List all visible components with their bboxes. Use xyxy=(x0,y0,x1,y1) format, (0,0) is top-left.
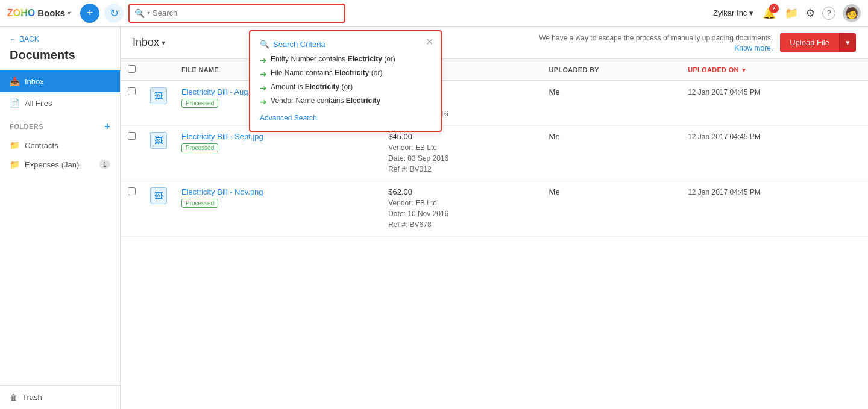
search-bar: 🔍 ▾ xyxy=(128,4,345,23)
content-header: Inbox ▾ We have a way to escape the proc… xyxy=(121,27,868,59)
header-right: We have a way to escape the process of m… xyxy=(539,33,856,52)
row3-filename-link[interactable]: Electricity Bill - Nov.png xyxy=(181,187,263,196)
criteria-text-4: Vendor Name contains Electricity xyxy=(271,96,380,105)
sidebar-item-all-files[interactable]: 📄 All Files xyxy=(0,92,120,114)
select-all-checkbox[interactable] xyxy=(128,65,136,73)
row3-details-cell: $62.00 Vendor: EB Ltd Date: 10 Nov 2016 … xyxy=(381,181,541,237)
inbox-caret-icon[interactable]: ▾ xyxy=(162,39,165,47)
help-icon[interactable]: ? xyxy=(822,7,835,20)
criteria-arrow-icon-1: ➜ xyxy=(260,55,267,65)
row3-uploaded-by: Me xyxy=(542,181,681,237)
logo[interactable]: ZOHO Books ▾ xyxy=(7,8,71,19)
upload-file-button[interactable]: Upload File xyxy=(780,33,839,52)
search-criteria-panel: ✕ 🔍 Search Criteria ➜ Entity Number cont… xyxy=(249,30,442,132)
folder-expenses-icon: 📁 xyxy=(10,160,20,169)
row3-checkbox[interactable] xyxy=(128,187,136,195)
company-name[interactable]: Zylkar Inc ▾ xyxy=(713,8,753,17)
uploaded-on-col-header[interactable]: UPLOADED ON ▼ xyxy=(681,59,868,81)
table-header-row: FILE NAME DETAILS UPLOADED BY UPLOADED O… xyxy=(121,59,868,81)
search-criteria-label: Search Criteria xyxy=(273,40,326,49)
criteria-text-1: Entity Number contains Electricity (or) xyxy=(271,55,395,63)
search-dropdown-arrow-icon[interactable]: ▾ xyxy=(147,10,150,16)
upload-dropdown-button[interactable]: ▾ xyxy=(839,33,856,52)
notification-badge: 2 xyxy=(769,4,779,13)
row1-status-badge: Processed xyxy=(181,99,218,108)
file-thumb-1[interactable]: 🖼 xyxy=(150,87,167,104)
upload-message: We have a way to escape the process of m… xyxy=(539,33,773,52)
criteria-row-4: ➜ Vendor Name contains Electricity xyxy=(260,96,431,107)
expenses-badge: 1 xyxy=(99,160,110,169)
trash-icon: 🗑 xyxy=(10,393,17,402)
logo-product: Books xyxy=(37,8,65,18)
table-row: 🖼 Electricity Bill - Sept.jpg Processed … xyxy=(121,126,868,181)
back-arrow-icon: ← xyxy=(10,35,17,43)
upload-btn-group: Upload File ▾ xyxy=(780,33,856,52)
row1-checkbox[interactable] xyxy=(128,87,136,95)
sidebar: ← BACK Documents 📥 Inbox 📄 All Files FOL… xyxy=(0,27,121,409)
row3-detail-sub: Vendor: EB Ltd Date: 10 Nov 2016 Ref #: … xyxy=(388,198,534,230)
row3-amount: $62.00 xyxy=(388,187,534,196)
content-area: Inbox ▾ We have a way to escape the proc… xyxy=(121,27,868,409)
folder-contracts-icon: 📁 xyxy=(10,140,20,150)
sidebar-title: Documents xyxy=(0,46,120,70)
criteria-arrow-icon-2: ➜ xyxy=(260,69,267,79)
row3-filename-cell: Electricity Bill - Nov.png Processed xyxy=(174,181,381,237)
sidebar-item-inbox[interactable]: 📥 Inbox xyxy=(0,70,120,92)
settings-icon[interactable]: ⚙ xyxy=(805,7,815,20)
thumb-col-header xyxy=(143,59,174,81)
trash-label: Trash xyxy=(22,393,42,402)
search-input[interactable] xyxy=(153,8,339,17)
sidebar-inbox-label: Inbox xyxy=(25,77,44,86)
criteria-text-3: Amount is Electricity (or) xyxy=(271,83,353,91)
add-folder-button[interactable]: + xyxy=(104,121,110,132)
sidebar-bottom: 🗑 Trash xyxy=(0,385,120,409)
refresh-button[interactable]: ↻ xyxy=(104,4,124,23)
files-icon[interactable]: 📁 xyxy=(785,7,798,20)
sidebar-all-files-label: All Files xyxy=(25,99,52,108)
row3-uploaded-on: 12 Jan 2017 04:45 PM xyxy=(681,181,868,237)
row1-uploaded-on: 12 Jan 2017 04:45 PM xyxy=(681,81,868,126)
row2-amount: $45.00 xyxy=(388,132,534,141)
file-thumb-2[interactable]: 🖼 xyxy=(150,132,167,149)
folder-expenses-jan[interactable]: 📁 Expenses (Jan) 1 xyxy=(0,155,120,174)
row2-uploaded-on: 12 Jan 2017 04:45 PM xyxy=(681,126,868,181)
file-table: FILE NAME DETAILS UPLOADED BY UPLOADED O… xyxy=(121,59,868,237)
close-search-criteria-icon[interactable]: ✕ xyxy=(426,36,433,48)
inbox-heading: Inbox xyxy=(133,36,159,49)
criteria-arrow-icon-4: ➜ xyxy=(260,97,267,107)
avatar[interactable]: 🧑 xyxy=(843,4,861,22)
table-row: 🖼 Electricity Bill - Nov.png Processed $… xyxy=(121,181,868,237)
criteria-row-2: ➜ File Name contains Electricity (or) xyxy=(260,69,431,79)
search-icon: 🔍 xyxy=(134,8,145,18)
file-table-area: FILE NAME DETAILS UPLOADED BY UPLOADED O… xyxy=(121,59,868,409)
avatar-image: 🧑 xyxy=(845,7,858,20)
criteria-row-1: ➜ Entity Number contains Electricity (or… xyxy=(260,55,431,65)
table-row: 🖼 Electricity Bill - Aug.png Processed $… xyxy=(121,81,868,126)
row2-detail-sub: Vendor: EB Ltd Date: 03 Sep 2016 Ref #: … xyxy=(388,142,534,175)
criteria-arrow-icon-3: ➜ xyxy=(260,83,267,93)
row2-filename-link[interactable]: Electricity Bill - Sept.jpg xyxy=(181,132,263,141)
inbox-icon: 📥 xyxy=(10,76,20,86)
folders-section-header: FOLDERS + xyxy=(0,114,120,136)
all-files-icon: 📄 xyxy=(10,98,20,108)
row2-filename-cell: Electricity Bill - Sept.jpg Processed xyxy=(174,126,381,181)
back-button[interactable]: ← BACK xyxy=(0,27,120,46)
back-label: BACK xyxy=(19,35,39,43)
logo-caret-icon[interactable]: ▾ xyxy=(68,10,71,16)
sort-arrow-icon: ▼ xyxy=(741,67,747,73)
search-magnifier-icon: 🔍 xyxy=(260,40,269,49)
search-criteria-header: 🔍 Search Criteria xyxy=(260,40,431,49)
header-message-text: We have a way to escape the process of m… xyxy=(539,33,773,43)
notifications-button[interactable]: 🔔 2 xyxy=(761,5,778,22)
add-button[interactable]: + xyxy=(80,4,99,23)
uploaded-by-col-header: UPLOADED BY xyxy=(542,59,681,81)
advanced-search-link[interactable]: Advanced Search xyxy=(260,114,317,122)
folder-contracts[interactable]: 📁 Contracts xyxy=(0,136,120,155)
know-more-link[interactable]: Know more. xyxy=(734,44,773,52)
trash-item[interactable]: 🗑 Trash xyxy=(0,386,120,409)
nav-right: Zylkar Inc ▾ 🔔 2 📁 ⚙ ? 🧑 xyxy=(713,4,861,22)
criteria-text-2: File Name contains Electricity (or) xyxy=(271,69,382,77)
folder-contracts-label: Contracts xyxy=(25,141,58,150)
file-thumb-3[interactable]: 🖼 xyxy=(150,187,167,204)
row2-checkbox[interactable] xyxy=(128,132,136,140)
